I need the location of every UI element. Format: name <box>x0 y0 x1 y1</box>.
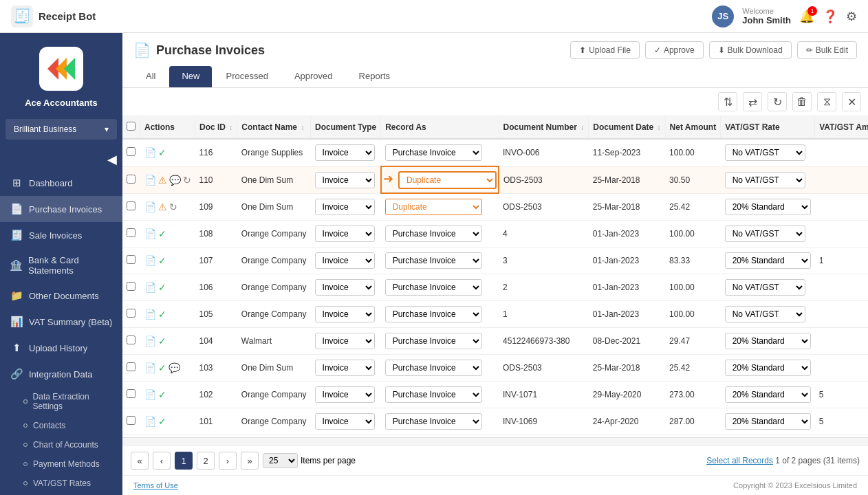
row-checkbox[interactable] <box>122 248 140 274</box>
clear-icon[interactable]: ✕ <box>842 92 861 111</box>
view-doc-icon[interactable]: 📄 <box>144 255 156 266</box>
page-2-button[interactable]: 2 <box>197 452 215 470</box>
next-page-button[interactable]: › <box>219 452 237 470</box>
notifications-icon[interactable]: 🔔 1 <box>799 9 814 24</box>
record-as-select[interactable]: Purchase Invoice <box>385 252 482 269</box>
upload-file-button[interactable]: ⬆ Upload File <box>570 41 640 59</box>
record-as-select[interactable]: Purchase Invoice <box>385 413 482 430</box>
approve-icon[interactable]: ✓ <box>158 147 166 158</box>
record-as-select[interactable]: Purchase Invoice <box>385 360 482 376</box>
refresh-icon[interactable]: ↻ <box>169 201 177 212</box>
items-per-page-select[interactable]: 25 50 100 <box>263 453 298 468</box>
sidebar-item-chart-of-accounts[interactable]: Chart of Accounts <box>14 435 122 454</box>
vat-rate-select[interactable]: 20% Standard <box>725 386 811 403</box>
filter-icon[interactable]: ⧖ <box>817 92 836 111</box>
view-doc-icon[interactable]: 📄 <box>144 336 156 346</box>
view-doc-icon[interactable]: 📄 <box>144 389 156 400</box>
row-checkbox[interactable] <box>122 382 140 408</box>
refresh-icon[interactable]: ↻ <box>183 175 191 186</box>
first-page-button[interactable]: « <box>131 452 149 470</box>
view-doc-icon[interactable]: 📄 <box>144 147 156 158</box>
sidebar-item-integration-data[interactable]: 🔗 Integration Data <box>0 361 122 387</box>
doc-type-select[interactable]: Invoice <box>315 252 375 269</box>
last-page-button[interactable]: » <box>241 452 259 470</box>
view-doc-icon[interactable]: 📄 <box>144 362 156 373</box>
tab-processed[interactable]: Processed <box>213 66 280 87</box>
view-doc-icon[interactable]: 📄 <box>144 201 156 212</box>
vat-rate-select[interactable]: 20% Standard <box>725 413 811 430</box>
approve-icon[interactable]: ✓ <box>158 228 166 239</box>
help-icon[interactable]: ❓ <box>823 9 838 24</box>
row-checkbox[interactable] <box>122 274 140 301</box>
page-1-button[interactable]: 1 <box>175 452 193 470</box>
warning-icon[interactable]: ⚠ <box>158 201 167 212</box>
bulk-download-button[interactable]: ⬇ Bulk Download <box>709 41 792 59</box>
vat-rate-select[interactable]: 20% Standard <box>725 333 811 349</box>
vat-rate-select[interactable]: 20% Standard <box>725 252 811 269</box>
sidebar-item-contacts[interactable]: Contacts <box>14 416 122 435</box>
vat-rate-select[interactable]: No VAT/GST <box>725 144 805 161</box>
terms-of-use-link[interactable]: Terms of Use <box>133 481 178 490</box>
approve-icon[interactable]: ✓ <box>158 309 166 320</box>
sidebar-item-upload-history[interactable]: ⬆ Upload History <box>0 335 122 361</box>
record-as-select[interactable]: Duplicate Purchase Invoice <box>385 199 482 215</box>
chat-icon[interactable]: 💬 <box>169 175 181 186</box>
select-all-records-link[interactable]: Select all Records <box>706 456 773 465</box>
row-checkbox[interactable] <box>122 301 140 328</box>
warning-icon[interactable]: ⚠ <box>158 175 167 186</box>
doc-type-select[interactable]: Invoice <box>315 144 375 161</box>
approve-button[interactable]: ✓ Approve <box>645 41 704 59</box>
row-checkbox[interactable] <box>122 139 140 166</box>
sidebar-item-bank-statements[interactable]: 🏦 Bank & Card Statements <box>0 248 122 283</box>
sidebar-item-vat-gst-rates[interactable]: VAT/GST Rates <box>14 474 122 493</box>
settings-icon[interactable]: ⚙ <box>846 9 857 24</box>
sidebar-collapse-button[interactable]: ◀ <box>102 149 122 170</box>
sidebar-item-purchase-invoices[interactable]: 📄 Purchase Invoices <box>0 196 122 222</box>
sidebar-business-selector[interactable]: Brilliant Business ▾ <box>6 119 117 140</box>
sidebar-item-other-documents[interactable]: 📁 Other Documents <box>0 283 122 309</box>
link-icon[interactable]: ⇄ <box>743 92 762 111</box>
record-as-select[interactable]: Purchase Invoice <box>385 226 482 242</box>
doc-date-header[interactable]: Document Date ↕ <box>589 116 665 139</box>
select-all-checkbox-header[interactable] <box>122 116 140 139</box>
doc-type-select[interactable]: Invoice <box>315 386 375 403</box>
vat-rate-select[interactable]: 20% Standard <box>725 360 811 376</box>
bulk-edit-button[interactable]: ✏ Bulk Edit <box>797 41 857 59</box>
view-doc-icon[interactable]: 📄 <box>144 416 156 427</box>
doc-id-header[interactable]: Doc ID ↕ <box>195 116 237 139</box>
sidebar-item-dashboard[interactable]: ⊞ Dashboard <box>0 170 122 196</box>
view-doc-icon[interactable]: 📄 <box>144 282 156 293</box>
record-as-select[interactable]: Purchase Invoice <box>385 386 482 403</box>
row-checkbox[interactable] <box>122 221 140 248</box>
doc-type-select[interactable]: Invoice <box>315 360 375 376</box>
doc-type-select[interactable]: Invoice <box>315 306 375 322</box>
record-as-select[interactable]: Purchase Invoice <box>385 279 482 296</box>
record-as-select[interactable]: Purchase Invoice <box>385 306 482 322</box>
doc-type-select[interactable]: Invoice <box>315 279 375 296</box>
doc-type-select[interactable]: Invoice <box>315 172 375 188</box>
approve-icon[interactable]: ✓ <box>158 416 166 427</box>
sidebar-item-sale-invoices[interactable]: 🧾 Sale Invoices <box>0 222 122 248</box>
vat-rate-select[interactable]: No VAT/GST <box>725 172 805 188</box>
delete-icon[interactable]: 🗑 <box>792 92 812 111</box>
record-as-select[interactable]: Purchase Invoice <box>385 144 482 161</box>
doc-type-select[interactable]: Invoice <box>315 199 375 215</box>
record-as-select[interactable]: Purchase Invoice <box>385 333 482 349</box>
doc-type-select[interactable]: Invoice <box>315 413 375 430</box>
row-checkbox[interactable] <box>122 328 140 355</box>
vat-rate-select[interactable]: No VAT/GST <box>725 226 805 242</box>
doc-type-select[interactable]: Invoice <box>315 226 375 242</box>
row-checkbox[interactable] <box>122 355 140 382</box>
row-checkbox[interactable] <box>122 408 140 435</box>
view-doc-icon[interactable]: 📄 <box>144 309 156 320</box>
tab-new[interactable]: New <box>169 66 212 87</box>
tab-all[interactable]: All <box>133 66 168 87</box>
sidebar-item-data-extraction[interactable]: Data Extraction Settings <box>14 387 122 416</box>
refresh-icon[interactable]: ↻ <box>768 92 787 111</box>
contact-name-header[interactable]: Contact Name ↕ <box>237 116 311 139</box>
record-as-select-duplicate[interactable]: Duplicate Purchase Invoice <box>398 171 497 189</box>
doc-number-header[interactable]: Document Number ↕ <box>499 116 589 139</box>
sort-icon[interactable]: ⇅ <box>718 92 737 111</box>
select-all-checkbox[interactable] <box>127 122 135 131</box>
vat-rate-select[interactable]: No VAT/GST <box>725 306 805 322</box>
